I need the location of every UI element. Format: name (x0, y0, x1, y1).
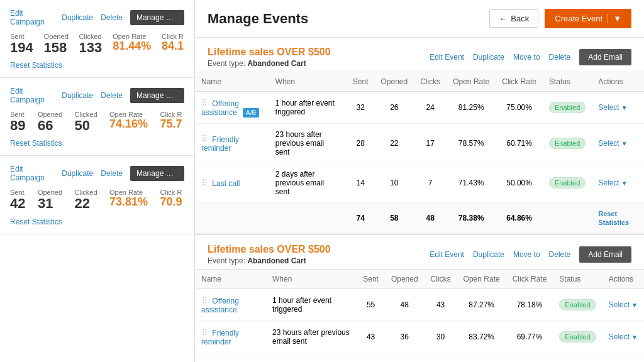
create-event-button[interactable]: Create Event ▼ (545, 9, 631, 28)
drag-handle-icon[interactable]: ⠿ (201, 327, 208, 337)
cell-opened-1: 22 (374, 124, 414, 163)
event-action-edit-event-2[interactable]: Edit Event (430, 250, 464, 259)
campaign-action-edit-campaign-3[interactable]: Edit Campaign (10, 165, 54, 182)
open-rate-1: Open Rate 81.44% (113, 33, 152, 55)
col-header-7-event-2: Status (553, 270, 602, 289)
drag-handle-icon[interactable]: ⠿ (201, 98, 208, 108)
campaign-action-duplicate-2[interactable]: Duplicate (62, 91, 93, 100)
cell-status-0: Enabled (553, 289, 602, 321)
cell-when-0: 1 hour after event triggered (269, 92, 347, 124)
event-action-delete-1[interactable]: Delete (549, 53, 571, 62)
select-button-0[interactable]: Select ▼ (598, 103, 627, 112)
select-arrow-icon: ▼ (621, 140, 628, 147)
events-container: Lifetime sales OVER $500 Event type: Aba… (195, 38, 644, 353)
reset-statistics-2[interactable]: Reset Statistics (10, 139, 62, 148)
cell-opened-0: 26 (374, 92, 414, 124)
status-badge-1: Enabled (559, 331, 596, 343)
event-name-2: Lifetime sales OVER $500 (208, 244, 331, 255)
select-button-2[interactable]: Select ▼ (598, 178, 627, 187)
sidebar: Edit CampaignDuplicateDelete Manage Even… (0, 0, 195, 362)
event-action-delete-2[interactable]: Delete (549, 250, 571, 259)
drag-handle-icon[interactable]: ⠿ (201, 295, 208, 305)
drag-handle-icon[interactable]: ⠿ (201, 178, 208, 188)
event-action-edit-event-1[interactable]: Edit Event (430, 53, 464, 62)
page-title: Manage Events (208, 11, 308, 27)
stats-grid-3: Sent 42 Opened 31 Clicked 22 Open Rate 7… (10, 189, 184, 211)
cell-name-1: ⠿ Friendly reminder (195, 124, 269, 163)
totals-status-1 (543, 203, 592, 234)
select-arrow-icon: ▼ (631, 302, 638, 309)
col-header-2-event-2: Sent (357, 270, 385, 289)
col-header-8-event-2: Actions (602, 270, 644, 289)
add-email-button-2[interactable]: Add Email (579, 246, 631, 263)
cell-click-rate-0: 75.00% (496, 92, 543, 124)
reset-statistics-3[interactable]: Reset Statistics (10, 217, 62, 226)
event-type-2: Event type: Abandoned Cart (208, 256, 331, 265)
cell-action-0: Select ▼ (602, 289, 644, 321)
table-row: ⠿ Offering assistance 1 hour after event… (195, 289, 644, 321)
cell-sent-0: 55 (357, 289, 385, 321)
campaign-action-duplicate-3[interactable]: Duplicate (62, 169, 93, 178)
campaign-action-edit-campaign-1[interactable]: Edit Campaign (10, 9, 54, 26)
cell-click-rate-1: 60.71% (496, 124, 543, 163)
select-button-1[interactable]: Select ▼ (598, 139, 627, 148)
col-header-5-event-2: Open Rate (457, 270, 506, 289)
cell-sent-1: 43 (357, 321, 385, 353)
totals-row-1: 74 58 48 78.38% 64.86% Reset Statistics (195, 203, 644, 234)
campaign-action-delete-2[interactable]: Delete (101, 91, 123, 100)
cell-status-0: Enabled (543, 92, 592, 124)
open-rate-3: Open Rate 73.81% (109, 189, 150, 211)
cell-name-2: ⠿ Last call (195, 163, 269, 203)
cell-action-0: Select ▼ (592, 92, 644, 124)
drag-handle-icon[interactable]: ⠿ (201, 134, 208, 144)
event-action-duplicate-2[interactable]: Duplicate (473, 250, 504, 259)
col-header-3-event-2: Opened (385, 270, 425, 289)
col-header-3-event-1: Opened (374, 72, 414, 92)
totals-clicks-1: 48 (414, 203, 447, 234)
cell-click-rate-1: 69.77% (506, 321, 553, 353)
table-row: ⠿ Friendly reminder 23 hours after previ… (195, 321, 644, 353)
reset-statistics-1[interactable]: Reset Statistics (10, 61, 62, 70)
add-email-button-1[interactable]: Add Email (579, 49, 631, 65)
cell-open-rate-2: 71.43% (447, 163, 496, 203)
table-row: ⠿ Last call 2 days after previous email … (195, 163, 644, 203)
reset-stats-link-1[interactable]: Reset Statistics (598, 210, 629, 226)
header-actions: ← Back Create Event ▼ (489, 9, 631, 28)
clicked-label-2: Clicked 50 (75, 111, 100, 133)
cell-opened-0: 48 (385, 289, 425, 321)
campaign-action-edit-campaign-2[interactable]: Edit Campaign (10, 87, 54, 104)
email-name-link-2[interactable]: Last call (212, 179, 240, 188)
event-action-move-to-2[interactable]: Move to (513, 250, 540, 259)
campaign-action-delete-1[interactable]: Delete (101, 13, 123, 22)
col-header-0-event-2: Name (195, 270, 266, 289)
totals-reset-1: Reset Statistics (592, 203, 644, 234)
click-rate-1: Click R 84.1 (162, 33, 184, 55)
cell-sent-2: 14 (347, 163, 375, 203)
manage-button-1[interactable]: Manage Even (130, 10, 184, 25)
manage-button-3[interactable]: Manage Even (130, 166, 184, 181)
event-header-1: Lifetime sales OVER $500 Event type: Aba… (195, 38, 644, 72)
totals-label-1 (195, 203, 269, 234)
opened-label-1: Opened 158 (44, 33, 69, 55)
campaign-action-delete-3[interactable]: Delete (101, 169, 123, 178)
select-button-0[interactable]: Select ▼ (609, 300, 638, 309)
click-rate-3: Click R 70.9 (160, 189, 184, 211)
campaign-action-duplicate-1[interactable]: Duplicate (62, 13, 93, 22)
col-header-0-event-1: Name (195, 72, 269, 92)
cell-sent-0: 32 (347, 92, 375, 124)
dropdown-arrow-icon: ▼ (608, 14, 621, 23)
event-action-move-to-1[interactable]: Move to (513, 53, 540, 62)
event-action-duplicate-1[interactable]: Duplicate (473, 53, 504, 62)
col-header-1-event-1: When (269, 72, 347, 92)
campaign-block-1: Edit CampaignDuplicateDelete Manage Even… (0, 0, 194, 78)
col-header-2-event-1: Sent (347, 72, 375, 92)
cell-status-1: Enabled (543, 124, 592, 163)
cell-status-2: Enabled (543, 163, 592, 203)
select-button-1[interactable]: Select ▼ (609, 332, 638, 341)
back-button[interactable]: ← Back (489, 9, 538, 28)
status-badge-0: Enabled (549, 102, 586, 113)
manage-button-2[interactable]: Manage Even (130, 88, 184, 103)
event-header-2: Lifetime sales OVER $500 Event type: Aba… (195, 235, 644, 270)
cell-when-2: 2 days after previous email sent (269, 163, 347, 203)
main-content: Manage Events ← Back Create Event ▼ Life… (195, 0, 644, 362)
